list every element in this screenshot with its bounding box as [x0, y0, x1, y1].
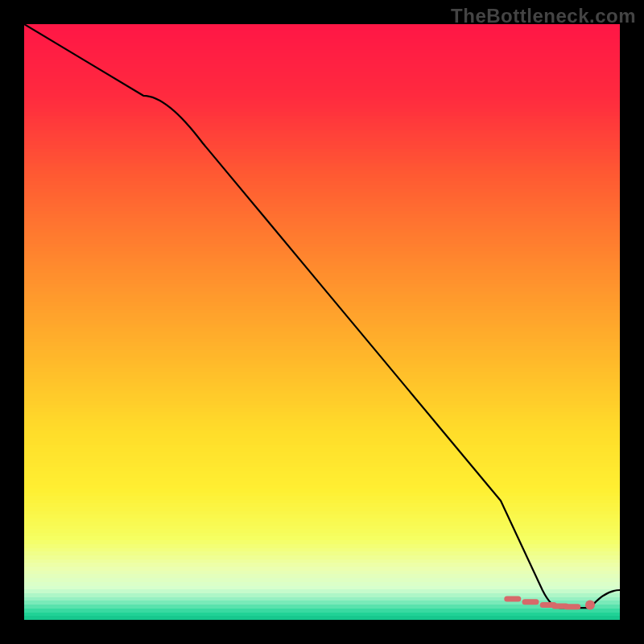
chart-root: TheBottleneck.com: [0, 0, 644, 644]
chart-svg: [24, 24, 620, 620]
chart-line-curve: [24, 24, 620, 608]
marker-dot: [585, 601, 595, 610]
plot-area: [24, 24, 620, 620]
